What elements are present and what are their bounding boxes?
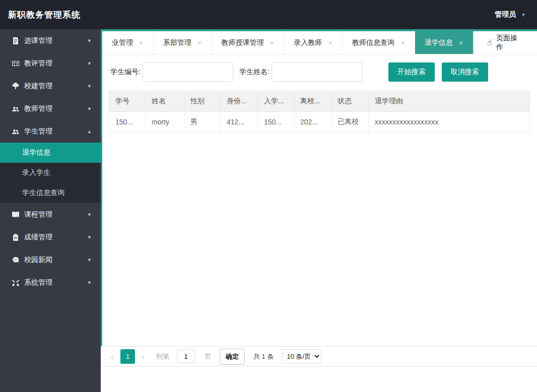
chevron-down-icon: ▼ <box>87 61 92 66</box>
sidebar-item-teachers[interactable]: 教师管理 ▼ <box>0 97 101 120</box>
tab-enter-teacher[interactable]: 录入教师 × <box>284 31 343 54</box>
sidebar-item-label: 课程管理 <box>24 210 87 219</box>
sidebar-item-label: 校建管理 <box>24 82 87 91</box>
tab-department-management[interactable]: 系部管理 × <box>154 31 212 54</box>
submenu-item-label: 学生信息查询 <box>22 188 64 198</box>
table-icon <box>11 59 20 68</box>
page-unit-label: 页 <box>205 352 211 361</box>
confirm-button[interactable]: 确定 <box>220 349 245 365</box>
chevron-down-icon: ▼ <box>87 212 92 217</box>
sidebar: 选课管理 ▼ 教评管理 ▼ 校建管理 ▼ 教师管理 ▼ <box>0 29 101 392</box>
close-icon[interactable]: × <box>459 38 463 47</box>
student-id-input[interactable] <box>143 62 233 82</box>
submenu-item-enter-student[interactable]: 录入学生 <box>0 163 101 183</box>
tab-label: 系部管理 <box>163 38 191 47</box>
chevron-up-icon: ▲ <box>87 129 92 134</box>
chevron-down-icon: ▼ <box>87 38 92 43</box>
sidebar-item-grades[interactable]: 成绩管理 ▼ <box>0 226 101 248</box>
col-leave-date: 离校... <box>294 91 331 112</box>
tab-dropout-info[interactable]: 退学信息 × <box>415 31 474 54</box>
prev-page-icon[interactable]: ‹ <box>109 352 116 361</box>
close-icon[interactable]: × <box>400 38 405 47</box>
sidebar-item-label: 成绩管理 <box>24 233 87 242</box>
student-name-input[interactable] <box>272 62 362 82</box>
sidebar-item-campus[interactable]: 校建管理 ▼ <box>0 75 101 97</box>
tools-icon <box>11 278 20 287</box>
close-icon[interactable]: × <box>139 38 144 47</box>
chevron-down-icon: ▼ <box>87 235 92 240</box>
tab-teacher-info-query[interactable]: 教师信息查询 × <box>343 31 415 54</box>
sidebar-item-system[interactable]: 系统管理 ▼ <box>0 271 101 294</box>
chevron-down-icon: ▼ <box>87 280 92 285</box>
chevron-down-icon: ▼ <box>87 84 92 89</box>
sidebar-item-label: 教评管理 <box>24 59 87 68</box>
submenu-item-label: 退学信息 <box>22 148 50 157</box>
student-id-label: 学生编号: <box>110 68 141 77</box>
top-header: 新职教务管理系统 管理员 ▼ <box>0 0 537 29</box>
tab-teacher-course-management[interactable]: 教师授课管理 × <box>212 31 285 54</box>
book-icon <box>11 210 20 219</box>
close-icon[interactable]: × <box>270 38 275 47</box>
search-bar: 学生编号: 学生姓名: 开始搜索 取消搜索 <box>102 54 537 90</box>
cancel-search-button[interactable]: 取消搜索 <box>442 62 488 82</box>
col-dropout-reason: 退学理由 <box>369 91 530 112</box>
search-buttons: 开始搜索 取消搜索 <box>388 62 488 82</box>
tab-label: 录入教师 <box>294 38 322 47</box>
file-icon <box>11 36 20 45</box>
page-number-button[interactable]: 1 <box>120 349 135 364</box>
dropout-table: 学号 姓名 性别 身份... 入学... 离校... 状态 退学理由 150..… <box>109 91 530 133</box>
tab-label: 退学信息 <box>425 38 453 47</box>
col-student-id: 学号 <box>109 91 146 112</box>
col-id-number: 身份... <box>221 91 258 112</box>
chevron-down-icon: ▼ <box>87 257 92 263</box>
user-menu-label: 管理员 <box>495 10 516 19</box>
chat-bubble-icon <box>11 255 20 264</box>
close-icon[interactable]: × <box>197 38 202 47</box>
total-count-label: 共 1 条 <box>253 352 274 361</box>
cell-gender: 男 <box>184 112 221 133</box>
submenu-item-student-query[interactable]: 学生信息查询 <box>0 183 101 203</box>
page-size-select[interactable]: 10 条/页 <box>282 349 321 364</box>
tree-icon <box>11 82 20 90</box>
submenu-item-dropout-info[interactable]: 退学信息 <box>0 143 101 163</box>
sidebar-item-label: 选课管理 <box>24 36 87 45</box>
start-search-button[interactable]: 开始搜索 <box>388 62 435 82</box>
page-operations-label: 页面操作 <box>496 34 524 52</box>
cell-enrollment: 150... <box>258 112 294 133</box>
tab-label: 业管理 <box>112 38 133 47</box>
users-icon <box>11 104 20 113</box>
content-panel: 业管理 × 系部管理 × 教师授课管理 × 录入教师 × 教师信息查询 × <box>101 31 537 346</box>
sidebar-item-courses[interactable]: 课程管理 ▼ <box>0 203 101 226</box>
cell-id-number: 412... <box>221 112 258 133</box>
page-operations-button[interactable]: ☝ 页面操作 <box>474 31 537 54</box>
tab-label: 教师信息查询 <box>352 38 394 47</box>
main-area: 选课管理 ▼ 教评管理 ▼ 校建管理 ▼ 教师管理 ▼ <box>0 29 537 392</box>
sidebar-item-label: 学生管理 <box>24 127 87 136</box>
goto-page-label: 到第 <box>156 352 169 361</box>
student-name-label: 学生姓名: <box>239 68 270 77</box>
tab-label: 教师授课管理 <box>222 38 264 47</box>
next-page-icon[interactable]: › <box>140 352 147 361</box>
sidebar-item-label: 教师管理 <box>24 104 87 113</box>
cell-dropout-reason: xxxxxxxxxxxxxxxxxx <box>369 112 530 133</box>
clipboard-icon <box>11 233 20 241</box>
content-area: 业管理 × 系部管理 × 教师授课管理 × 录入教师 × 教师信息查询 × <box>101 29 537 392</box>
sidebar-item-evaluation[interactable]: 教评管理 ▼ <box>0 52 101 75</box>
cell-student-id: 150... <box>109 112 146 133</box>
table-header-row: 学号 姓名 性别 身份... 入学... 离校... 状态 退学理由 <box>109 91 530 112</box>
sidebar-item-label: 校园新闻 <box>24 255 87 265</box>
tab-major-management[interactable]: 业管理 × <box>102 31 154 54</box>
sidebar-item-course-selection[interactable]: 选课管理 ▼ <box>0 29 101 52</box>
close-icon[interactable]: × <box>328 38 332 47</box>
sidebar-item-news[interactable]: 校园新闻 ▼ <box>0 248 101 271</box>
pagination-bar: ‹ 1 › 到第 页 确定 共 1 条 10 条/页 <box>101 346 537 367</box>
cell-name: morty <box>146 112 184 133</box>
students-submenu: 退学信息 录入学生 学生信息查询 <box>0 143 101 203</box>
goto-page-input[interactable] <box>177 350 195 363</box>
col-gender: 性别 <box>184 91 221 112</box>
chevron-down-icon: ▼ <box>521 12 526 18</box>
table-row[interactable]: 150... morty 男 412... 150... 202... 已离校 … <box>109 112 530 133</box>
sidebar-item-students[interactable]: 学生管理 ▲ <box>0 120 101 143</box>
chevron-down-icon: ▼ <box>87 106 92 111</box>
user-menu[interactable]: 管理员 ▼ <box>495 10 526 19</box>
